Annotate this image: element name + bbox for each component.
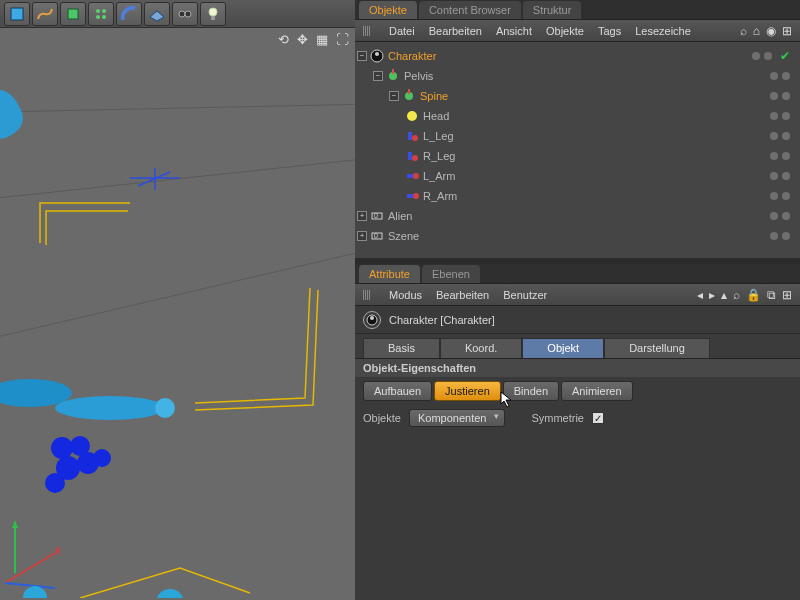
svg-rect-36 [408,132,412,140]
nav-back-icon[interactable]: ◂ [697,288,703,302]
menu-ansicht[interactable]: Ansicht [496,25,532,37]
svg-point-30 [375,52,379,56]
extrude-tool-button[interactable] [60,2,86,26]
tab-ebenen[interactable]: Ebenen [422,265,480,283]
tab-struktur[interactable]: Struktur [523,1,582,19]
eye-icon[interactable]: ◉ [766,24,776,38]
search-attr-icon[interactable]: ⌕ [733,288,740,302]
svg-line-10 [0,103,355,113]
justieren-button[interactable]: Justieren [434,381,501,401]
menu-lesezeichen[interactable]: Lesezeiche [635,25,691,37]
tree-label: Charakter [388,50,436,62]
nav-up-icon[interactable]: ▴ [721,288,727,302]
panel-menu-icon[interactable]: ⊞ [782,24,792,38]
objekte-label: Objekte [363,412,401,424]
expand-icon[interactable]: + [357,231,367,241]
tab-objekte[interactable]: Objekte [359,1,417,19]
svg-marker-25 [55,546,60,556]
search-icon[interactable]: ⌕ [740,24,747,38]
aufbauen-button[interactable]: Aufbauen [363,381,432,401]
tree-charakter[interactable]: − Charakter ✔ [357,46,796,66]
svg-point-49 [370,316,374,320]
new-window-icon[interactable]: ⧉ [767,288,776,302]
light-tool-button[interactable] [200,2,226,26]
svg-rect-0 [11,8,23,20]
tree-pelvis[interactable]: − Pelvis [357,66,796,86]
tree-r-leg[interactable]: R_Leg [357,146,796,166]
expand-icon[interactable]: + [357,211,367,221]
collapse-icon[interactable]: − [373,71,383,81]
spline-tool-button[interactable] [32,2,58,26]
character-icon [370,49,384,63]
tree-head[interactable]: Head [357,106,796,126]
panel-grip-icon[interactable] [363,290,371,300]
mode-objekt[interactable]: Objekt [522,338,604,358]
lock-icon[interactable]: 🔒 [746,288,761,302]
tree-alien[interactable]: + 0 Alien [357,206,796,226]
tree-label: Alien [388,210,412,222]
mode-koord[interactable]: Koord. [440,338,522,358]
joint-icon [402,89,416,103]
tree-label: Pelvis [404,70,433,82]
svg-rect-32 [392,69,394,74]
svg-point-39 [412,155,418,161]
mode-darstellung[interactable]: Darstellung [604,338,710,358]
menu-bearbeiten-attr[interactable]: Bearbeiten [436,289,489,301]
svg-point-35 [407,111,417,121]
menu-modus[interactable]: Modus [389,289,422,301]
props-header: Objekt-Eigenschaften [355,359,800,377]
character-header-icon [363,311,381,329]
svg-rect-1 [68,9,78,19]
svg-text:0: 0 [374,212,378,219]
camera-tool-button[interactable] [172,2,198,26]
attribute-mode-tabs: Basis Koord. Objekt Darstellung [355,334,800,358]
tab-content-browser[interactable]: Content Browser [419,1,521,19]
svg-point-37 [412,135,418,141]
home-icon[interactable]: ⌂ [753,24,760,38]
viewport-pane: ⟲ ✥ ▦ ⛶ [0,0,355,600]
object-tree[interactable]: − Charakter ✔ − Pelvis − Spine [355,42,800,258]
svg-line-12 [0,238,355,348]
svg-text:0: 0 [374,232,378,239]
svg-point-7 [185,11,191,17]
sweep-tool-button[interactable] [116,2,142,26]
null-icon: 0 [370,229,384,243]
nav-fwd-icon[interactable]: ▸ [709,288,715,302]
null-icon: 0 [370,209,384,223]
binden-button[interactable]: Binden [503,381,559,401]
tree-l-arm[interactable]: L_Arm [357,166,796,186]
panel-menu-attr-icon[interactable]: ⊞ [782,288,792,302]
svg-rect-38 [408,152,412,160]
menu-datei[interactable]: Datei [389,25,415,37]
menu-objekte[interactable]: Objekte [546,25,584,37]
viewport[interactable]: ⟲ ✥ ▦ ⛶ [0,28,355,600]
tree-label: Spine [420,90,448,102]
tree-szene[interactable]: + 0 Szene [357,226,796,246]
tree-l-leg[interactable]: L_Leg [357,126,796,146]
floor-tool-button[interactable] [144,2,170,26]
attributes-panel: Attribute Ebenen Modus Bearbeiten Benutz… [355,264,800,600]
menu-tags[interactable]: Tags [598,25,621,37]
tree-r-arm[interactable]: R_Arm [357,186,796,206]
tab-attribute[interactable]: Attribute [359,265,420,283]
tree-spine[interactable]: − Spine [357,86,796,106]
svg-line-24 [138,172,170,186]
svg-point-2 [96,9,100,13]
collapse-icon[interactable]: − [389,91,399,101]
animieren-button[interactable]: Animieren [561,381,633,401]
svg-marker-26 [12,520,18,528]
array-tool-button[interactable] [88,2,114,26]
cube-tool-button[interactable] [4,2,30,26]
objekte-select[interactable]: Komponenten [409,409,506,427]
menu-bearbeiten[interactable]: Bearbeiten [429,25,482,37]
menu-benutzer[interactable]: Benutzer [503,289,547,301]
tree-label: R_Leg [423,150,455,162]
mode-basis[interactable]: Basis [363,338,440,358]
tree-label: Szene [388,230,419,242]
panel-grip-icon[interactable] [363,26,371,36]
collapse-icon[interactable]: − [357,51,367,61]
svg-point-28 [156,589,184,598]
symmetrie-checkbox[interactable]: ✓ [592,412,604,424]
object-header: Charakter [Charakter] [355,306,800,334]
object-properties: Objekt-Eigenschaften Aufbauen Justieren … [355,358,800,600]
